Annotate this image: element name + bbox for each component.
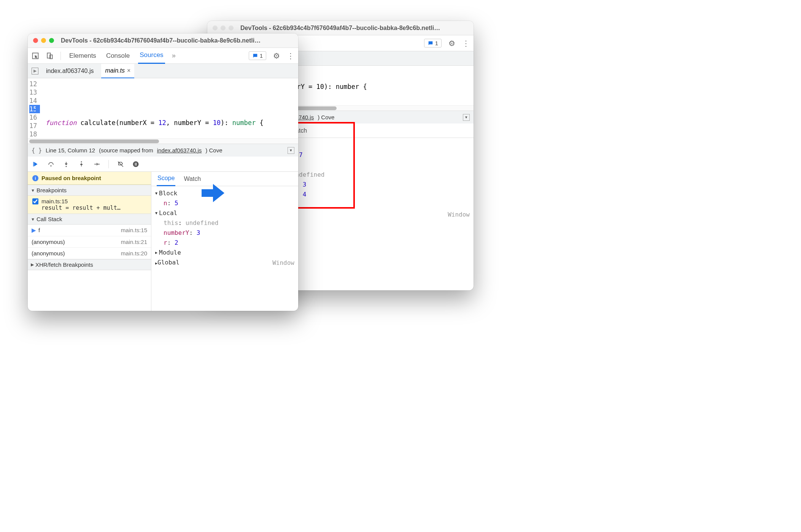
debug-split: iPaused on breakpoint ▼Breakpoints main.…: [28, 172, 298, 311]
traffic-green[interactable]: [229, 25, 234, 30]
statusbar-dropdown-icon[interactable]: ▾: [463, 114, 470, 121]
svg-point-7: [51, 165, 52, 166]
svg-point-9: [81, 161, 82, 162]
svg-point-10: [99, 163, 100, 165]
tab-scope[interactable]: Scope: [157, 172, 175, 186]
svg-rect-13: [136, 163, 137, 166]
debug-toolbar: [28, 157, 298, 172]
devtools-window-front: DevTools - 62c6b934c4b7f676049af4b7--buc…: [28, 33, 298, 311]
file-tab-index[interactable]: index.af063740.js: [45, 64, 94, 78]
braces-icon[interactable]: { }: [32, 147, 42, 154]
navigator-icon[interactable]: ▶: [32, 68, 38, 74]
hscrollbar[interactable]: [28, 138, 298, 144]
step-out-icon[interactable]: [78, 161, 85, 168]
step-into-icon[interactable]: [63, 161, 70, 168]
close-icon[interactable]: ×: [127, 67, 130, 74]
sourcemap-link[interactable]: index.af063740.js: [157, 147, 202, 154]
tab-sources[interactable]: Sources: [138, 48, 165, 64]
window-title: DevTools - 62c6b934c4b7f676049af4b7--buc…: [61, 37, 261, 44]
traffic-yellow[interactable]: [221, 25, 226, 30]
device-icon[interactable]: [46, 52, 54, 60]
kebab-icon[interactable]: ⋮: [462, 39, 470, 48]
tabs-overflow-icon[interactable]: »: [172, 52, 176, 60]
titlebar-front: DevTools - 62c6b934c4b7f676049af4b7--buc…: [28, 33, 298, 48]
breakpoint-marker: 15: [29, 105, 40, 113]
scope-body-front: ▼Block n: 5 ▼Local this: undefined numbe…: [151, 186, 298, 271]
resume-icon[interactable]: [32, 161, 39, 168]
statusbar-dropdown-icon[interactable]: ▾: [288, 147, 294, 154]
svg-rect-6: [33, 162, 34, 166]
kebab-icon[interactable]: ⋮: [287, 51, 294, 60]
big-arrow-icon: [202, 182, 224, 204]
section-callstack[interactable]: ▼Call Stack: [28, 214, 151, 225]
window-title: DevTools - 62c6b934c4b7f676049af4b7--buc…: [240, 25, 440, 32]
traffic-yellow[interactable]: [41, 38, 46, 43]
statusbar-front: { } Line 15, Column 12 (source mapped fr…: [28, 144, 298, 157]
right-pane: Scope Watch ▼Block n: 5 ▼Local this: und…: [151, 172, 298, 311]
callstack-frame[interactable]: (anonymous)main.ts:20: [28, 248, 151, 259]
tab-console[interactable]: Console: [105, 48, 131, 64]
code-lines[interactable]: function calculate(numberX = 12, numberY…: [40, 78, 298, 138]
scope-global[interactable]: ▶GlobalWindow: [155, 258, 294, 268]
code-area-front: 12 13 14 15 16 17 18 function calculate(…: [28, 78, 298, 138]
step-over-icon[interactable]: [48, 161, 54, 168]
gear-icon[interactable]: ⚙: [448, 39, 455, 48]
scope-tabs: Scope Watch: [151, 172, 298, 186]
traffic-green[interactable]: [49, 38, 54, 43]
inspect-icon[interactable]: [32, 52, 39, 60]
deactivate-bp-icon[interactable]: [117, 161, 124, 168]
section-breakpoints[interactable]: ▼Breakpoints: [28, 185, 151, 196]
info-icon: i: [32, 175, 38, 181]
messages-badge[interactable]: 1: [424, 39, 442, 48]
svg-point-11: [133, 161, 139, 167]
callstack-frame[interactable]: ▶fmain.ts:15: [28, 225, 151, 236]
pause-exceptions-icon[interactable]: [132, 161, 139, 168]
breakpoint-item[interactable]: main.ts:15 result = result + mult…: [28, 196, 151, 214]
traffic-red[interactable]: [213, 25, 218, 30]
scope-module[interactable]: ▶Module: [155, 248, 294, 258]
messages-badge[interactable]: 1: [249, 51, 266, 60]
callstack-frame[interactable]: (anonymous)main.ts:21: [28, 236, 151, 248]
step-icon[interactable]: [93, 161, 100, 168]
svg-point-8: [66, 166, 67, 167]
file-tabs-front: ▶ index.af063740.js main.ts×: [28, 64, 298, 78]
paused-banner: iPaused on breakpoint: [28, 172, 151, 185]
left-pane: iPaused on breakpoint ▼Breakpoints main.…: [28, 172, 151, 311]
file-tab-main[interactable]: main.ts×: [101, 64, 134, 78]
scope-block[interactable]: ▼Block: [155, 188, 294, 198]
tab-watch[interactable]: Watch: [183, 172, 202, 186]
svg-rect-12: [135, 163, 136, 166]
cursor-position: Line 15, Column 12: [46, 147, 95, 154]
line-gutter[interactable]: 12 13 14 15 16 17 18: [28, 78, 40, 138]
main-tabs-front: Elements Console Sources » 1 ⚙ ⋮: [28, 48, 298, 64]
bp-checkbox[interactable]: [32, 198, 38, 204]
tab-elements[interactable]: Elements: [68, 48, 98, 64]
scope-local[interactable]: ▼Local: [155, 208, 294, 218]
gear-icon[interactable]: ⚙: [273, 51, 280, 60]
section-xhr[interactable]: ▶XHR/fetch Breakpoints: [28, 259, 151, 270]
traffic-red[interactable]: [33, 38, 38, 43]
